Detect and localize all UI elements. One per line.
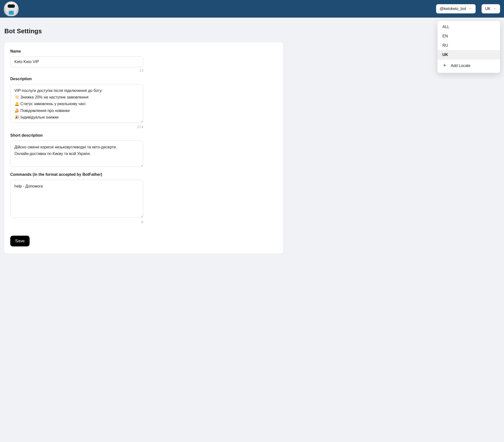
locale-option-ru[interactable]: RU [437,41,500,50]
locale-select[interactable]: UK [482,4,500,14]
bot-select-label: @ketoketo_bot [440,7,466,11]
page: Bot Settings Name 13 Description 274 Sho… [0,18,504,258]
short-description-group: Short description [10,133,143,168]
locale-select-label: UK [485,7,490,11]
commands-group: Commands (in the format accepted by BotF… [10,172,143,224]
description-label: Description [10,77,143,81]
name-counter: 13 [10,68,143,72]
commands-label: Commands (in the format accepted by BotF… [10,172,143,177]
chevron-down-icon [468,7,472,11]
plus-icon [442,63,447,69]
add-locale-button[interactable]: Add Locale [437,60,500,71]
name-label: Name [10,49,143,54]
header-controls: @ketoketo_bot UK ALL EN RU UK [436,4,500,14]
add-locale-label: Add Locale [451,64,470,68]
short-description-input[interactable] [10,141,143,167]
locale-option-uk[interactable]: UK [437,50,500,59]
locale-option-en[interactable]: EN [437,32,500,41]
description-counter: 274 [10,125,143,129]
name-group: Name 13 [10,49,143,72]
bot-select[interactable]: @ketoketo_bot [436,4,476,14]
locale-dropdown: ALL EN RU UK Add Locale [437,21,500,73]
name-input[interactable] [10,56,143,67]
description-input[interactable] [10,84,143,123]
commands-counter: 0 [10,220,143,224]
settings-card: Name 13 Description 274 Short descriptio… [4,42,283,253]
app-logo [4,1,18,16]
commands-input[interactable] [10,180,143,218]
chevron-down-icon [493,7,496,11]
save-button[interactable]: Save [10,236,30,246]
top-header: @ketoketo_bot UK ALL EN RU UK [0,0,504,18]
description-group: Description 274 [10,77,143,129]
short-description-label: Short description [10,133,143,138]
locale-option-all[interactable]: ALL [437,22,500,32]
page-title: Bot Settings [4,27,500,35]
